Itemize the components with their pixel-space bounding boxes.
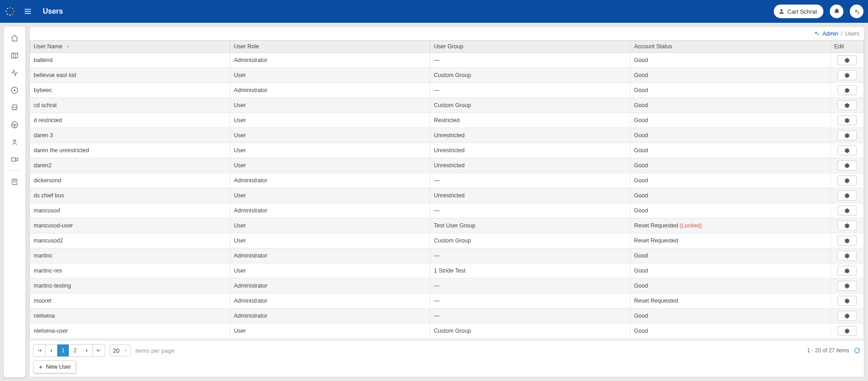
cell-group: Unrestricted: [430, 143, 630, 158]
sidebar-item-people[interactable]: [6, 135, 23, 149]
pager-last-button[interactable]: [93, 345, 105, 356]
edit-row-button[interactable]: [838, 326, 857, 336]
app-logo-icon: [5, 6, 15, 17]
svg-point-19: [14, 124, 15, 126]
edit-row-button[interactable]: [838, 55, 857, 65]
breadcrumb-admin-link[interactable]: Admin: [822, 31, 838, 37]
edit-row-button[interactable]: [838, 160, 857, 170]
edit-row-button[interactable]: [838, 236, 857, 246]
edit-row-button[interactable]: [838, 70, 857, 80]
sidebar-item-map[interactable]: [6, 48, 23, 63]
edit-row-button[interactable]: [838, 206, 857, 216]
edit-row-button[interactable]: [838, 266, 857, 276]
cell-role: Administrator: [230, 53, 430, 68]
pager-page-1[interactable]: 1: [57, 345, 69, 356]
notifications-button[interactable]: [830, 5, 843, 18]
settings-button[interactable]: [850, 5, 863, 18]
table-footer: 12 20 items per page 1 - 20 of 27 items: [30, 340, 864, 377]
sidebar-item-bus[interactable]: [6, 100, 23, 115]
edit-row-button[interactable]: [838, 130, 857, 140]
gear-icon: [844, 268, 850, 274]
cell-edit: [830, 173, 863, 188]
gear-icon: [844, 148, 850, 154]
edit-row-button[interactable]: [838, 281, 857, 291]
edit-row-button[interactable]: [838, 85, 857, 95]
svg-rect-24: [11, 158, 15, 161]
table-row: martinc-resUser1 Stride TestGood: [30, 263, 864, 278]
gear-icon: [844, 283, 850, 289]
table-row: nielsena-userUserCustom GroupGood: [30, 324, 864, 339]
cell-role: Administrator: [230, 278, 430, 293]
pager-prev-button[interactable]: [46, 345, 57, 356]
cell-status: Good: [630, 203, 831, 218]
cell-username: mancusod: [30, 203, 230, 218]
sidebar-separator: [8, 170, 21, 171]
sidebar-item-play[interactable]: [6, 83, 23, 98]
cell-role: User: [230, 158, 430, 173]
hamburger-menu-icon[interactable]: [22, 5, 34, 17]
svg-point-4: [10, 15, 11, 16]
edit-row-button[interactable]: [838, 251, 857, 261]
cell-role: Administrator: [230, 203, 430, 218]
edit-row-button[interactable]: [838, 311, 857, 321]
edit-row-button[interactable]: [838, 221, 857, 231]
gear-icon: [844, 72, 850, 78]
pager-next-button[interactable]: [81, 345, 93, 356]
gear-icon: [844, 57, 850, 63]
edit-row-button[interactable]: [838, 115, 857, 125]
new-user-button[interactable]: New User: [33, 360, 76, 373]
cell-group: Custom Group: [430, 233, 630, 248]
cell-group: Test User Group: [430, 218, 630, 233]
sidebar-item-reports[interactable]: [6, 175, 23, 189]
sidebar-item-home[interactable]: [6, 31, 23, 46]
cell-username: nielsena: [30, 309, 230, 324]
chevron-down-icon: [124, 349, 127, 352]
cell-role: Administrator: [230, 309, 430, 324]
edit-row-button[interactable]: [838, 145, 857, 155]
cell-edit: [830, 188, 863, 203]
cell-edit: [830, 68, 863, 83]
edit-row-button[interactable]: [838, 175, 857, 185]
cell-role: User: [230, 68, 430, 83]
cell-edit: [830, 248, 863, 263]
cell-role: User: [230, 233, 430, 248]
edit-row-button[interactable]: [838, 296, 857, 306]
cell-edit: [830, 158, 863, 173]
pager-summary: 1 - 20 of 27 items: [807, 347, 849, 354]
col-header-username-label: User Name: [34, 43, 62, 50]
refresh-button[interactable]: [854, 347, 860, 354]
cell-username: martinc-testing: [30, 278, 230, 293]
breadcrumb-current: Users: [845, 31, 859, 37]
edit-row-button[interactable]: [838, 190, 857, 201]
home-icon: [10, 34, 19, 42]
cell-status: Reset Requested: [630, 293, 831, 309]
col-header-role[interactable]: User Role: [230, 41, 430, 53]
col-header-username[interactable]: User Name ↑: [30, 41, 230, 53]
cell-edit: [830, 128, 863, 143]
user-chip[interactable]: Carl Schrat: [774, 5, 823, 18]
sidebar-item-activity[interactable]: [6, 66, 23, 80]
sidebar-item-video[interactable]: [6, 152, 23, 167]
page-size-select[interactable]: 20: [110, 345, 131, 356]
table-row: mancusod2UserCustom GroupReset Requested: [30, 233, 864, 248]
pager-first-button[interactable]: [34, 345, 46, 356]
edit-row-button[interactable]: [838, 100, 857, 110]
cell-edit: [830, 143, 863, 158]
cell-status: Good: [630, 83, 831, 98]
locked-indicator: (Locked): [678, 222, 702, 229]
cell-status: Reset Requested (Locked): [630, 218, 831, 233]
cell-status: Reset Requested: [630, 233, 831, 248]
cell-username: mooret: [30, 293, 230, 309]
svg-point-28: [816, 32, 817, 33]
pager-page-2[interactable]: 2: [69, 345, 81, 356]
col-header-group[interactable]: User Group: [430, 41, 630, 53]
cell-group: Unrestricted: [430, 158, 630, 173]
cell-role: User: [230, 113, 430, 128]
table-row: ds chief busUserUnrestrictedGood: [30, 188, 864, 203]
cell-role: User: [230, 188, 430, 203]
cell-group: Unrestricted: [430, 128, 630, 143]
sidebar-item-driver[interactable]: [6, 118, 23, 132]
col-header-status[interactable]: Account Status: [630, 41, 831, 53]
cell-edit: [830, 98, 863, 113]
plus-icon: [38, 365, 43, 370]
